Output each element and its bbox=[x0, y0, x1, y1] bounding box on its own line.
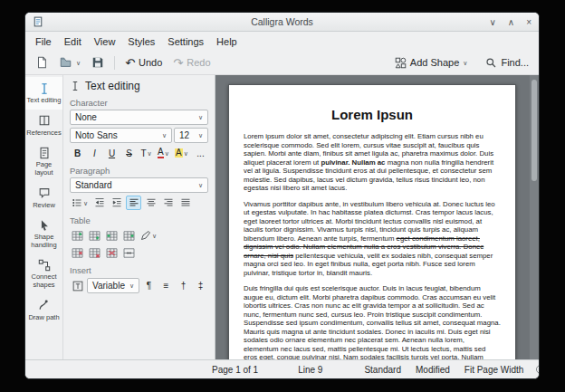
font-size-value: 12 bbox=[179, 130, 189, 140]
delete-column-icon bbox=[89, 248, 101, 258]
text-run: pulvinar. Nullam ac bbox=[321, 158, 385, 167]
document-paragraph[interactable]: Vivamus porttitor dapibus ante, in vesti… bbox=[244, 200, 501, 278]
text-editing-icon bbox=[38, 81, 51, 95]
panel-title: Text editing bbox=[85, 80, 140, 92]
highlight-color-button[interactable]: A ∨ bbox=[173, 146, 190, 160]
menu-settings[interactable]: Settings bbox=[161, 34, 210, 49]
document-view: Lorem Ipsun Lorem ipsum dolor sit amet, … bbox=[215, 75, 539, 359]
more-character-options-button[interactable]: ... bbox=[193, 146, 208, 160]
chevron-down-icon: ∨ bbox=[198, 182, 203, 188]
scrollbar-thumb[interactable] bbox=[531, 80, 537, 181]
document-paragraph[interactable]: Duis fringilla dui quis est scelerisque … bbox=[244, 284, 501, 359]
tab-draw-path[interactable]: Draw path bbox=[25, 294, 62, 327]
add-shape-icon bbox=[395, 57, 407, 69]
merge-cells-button[interactable] bbox=[121, 245, 137, 260]
tab-shape-handling[interactable]: Shape handling bbox=[25, 214, 62, 253]
close-button[interactable]: × bbox=[526, 17, 531, 27]
zoom-slider-handle[interactable] bbox=[536, 365, 540, 374]
save-button[interactable] bbox=[87, 53, 109, 72]
paragraph-style-dropdown[interactable]: Standard ∨ bbox=[70, 177, 208, 193]
undo-button[interactable]: ↶ Undo bbox=[120, 53, 167, 72]
insert-toc-button[interactable]: ≡ bbox=[158, 279, 174, 293]
chevron-down-icon: ∨ bbox=[152, 233, 157, 239]
find-label: Find... bbox=[501, 57, 529, 68]
increase-indent-icon bbox=[111, 197, 122, 208]
font-family-dropdown[interactable]: Noto Sans ∨ bbox=[70, 128, 172, 143]
underline-button[interactable]: U bbox=[104, 146, 120, 160]
menu-edit[interactable]: Edit bbox=[58, 34, 88, 49]
text-editing-panel: Text editing Character None ∨ Noto Sans … bbox=[63, 75, 215, 359]
character-style-dropdown[interactable]: None ∨ bbox=[70, 110, 208, 125]
menu-file[interactable]: File bbox=[29, 34, 58, 49]
insert-variable-dropdown[interactable]: Variable ∨ bbox=[87, 278, 139, 293]
tab-text-editing[interactable]: Text editing bbox=[25, 77, 62, 110]
increase-indent-button[interactable] bbox=[109, 196, 124, 210]
align-center-button[interactable] bbox=[143, 196, 158, 210]
delete-column-button[interactable] bbox=[87, 245, 102, 260]
menu-view[interactable]: View bbox=[88, 34, 122, 49]
italic-button[interactable]: I bbox=[87, 146, 102, 160]
paragraph-style-value: Standard bbox=[75, 180, 112, 190]
chevron-down-icon: ∨ bbox=[129, 282, 134, 289]
bold-button[interactable]: B bbox=[70, 146, 85, 160]
insert-column-right-button[interactable] bbox=[121, 228, 137, 243]
insert-endnote-button[interactable]: ‡ bbox=[193, 279, 208, 293]
document-page[interactable]: Lorem Ipsun Lorem ipsum dolor sit amet, … bbox=[228, 84, 516, 359]
insert-row-above-button[interactable] bbox=[70, 228, 85, 243]
line-indicator: Line 9 bbox=[298, 365, 322, 375]
document-paragraph[interactable]: Lorem ipsum dolor sit amet, consectetur … bbox=[244, 132, 501, 193]
tab-label: Shape handling bbox=[26, 234, 62, 249]
table-section-label: Table bbox=[70, 215, 208, 225]
insert-pilcrow-button[interactable]: ¶ bbox=[141, 279, 157, 293]
redo-icon: ↷ bbox=[173, 57, 183, 69]
document-title[interactable]: Lorem Ipsun bbox=[244, 107, 501, 122]
align-right-button[interactable] bbox=[160, 196, 176, 210]
insert-column-left-button[interactable] bbox=[104, 228, 120, 243]
statusbar: Page 1 of 1 Line 9 Standard Modified Fit… bbox=[25, 359, 539, 378]
toolbar-separator bbox=[114, 56, 115, 70]
redo-button[interactable]: ↷ Redo bbox=[168, 53, 215, 72]
font-size-dropdown[interactable]: 12 ∨ bbox=[174, 128, 208, 143]
decrease-indent-button[interactable] bbox=[91, 196, 107, 210]
tab-connect-shapes[interactable]: Connect shapes bbox=[25, 253, 62, 293]
decrease-indent-icon bbox=[94, 197, 105, 208]
align-justify-button[interactable] bbox=[177, 196, 193, 210]
page-layout-icon bbox=[38, 146, 51, 159]
new-document-button[interactable] bbox=[31, 53, 53, 72]
add-shape-button[interactable]: Add Shape ∨ bbox=[390, 53, 473, 72]
maximize-button[interactable]: ∧ bbox=[508, 17, 514, 27]
tab-review[interactable]: Review bbox=[25, 182, 62, 215]
table-border-pen-button[interactable]: ∨ bbox=[139, 228, 158, 243]
chevron-down-icon: ∨ bbox=[463, 60, 467, 66]
insert-row-below-button[interactable] bbox=[87, 228, 102, 243]
align-left-button[interactable] bbox=[126, 196, 141, 210]
insert-footnote-button[interactable]: † bbox=[176, 279, 191, 293]
align-right-icon bbox=[163, 197, 174, 208]
chevron-down-icon: ∨ bbox=[162, 132, 167, 139]
insert-column-right-icon bbox=[123, 231, 135, 241]
tab-page-layout[interactable]: Page layout bbox=[25, 141, 62, 181]
font-color-button[interactable]: A ∨ bbox=[156, 146, 171, 160]
document-body[interactable]: Lorem ipsum dolor sit amet, consectetur … bbox=[244, 132, 501, 359]
insert-text-frame-button[interactable] bbox=[70, 279, 85, 293]
minimize-button[interactable]: ∨ bbox=[490, 17, 496, 27]
zoom-mode-selector[interactable]: Fit Page Width bbox=[464, 365, 524, 375]
delete-row-button[interactable] bbox=[70, 245, 85, 260]
vertical-scrollbar[interactable] bbox=[530, 75, 539, 359]
undo-icon: ↶ bbox=[125, 57, 135, 69]
tab-references[interactable]: References bbox=[25, 110, 62, 142]
open-document-button[interactable]: ∨ bbox=[54, 53, 85, 72]
delete-table-button[interactable] bbox=[104, 245, 120, 260]
menu-help[interactable]: Help bbox=[210, 34, 244, 49]
draw-path-icon bbox=[38, 299, 51, 312]
strikethrough-button[interactable]: S bbox=[121, 146, 137, 160]
app-window: Calligra Words ∨ ∧ × File Edit View Styl… bbox=[24, 12, 540, 379]
text-format-button[interactable]: T ∨ bbox=[139, 146, 154, 160]
font-color-glyph: A bbox=[158, 148, 164, 158]
menu-styles[interactable]: Styles bbox=[121, 34, 161, 49]
references-icon bbox=[38, 114, 51, 128]
find-button[interactable]: Find... bbox=[481, 53, 533, 72]
style-indicator[interactable]: Standard bbox=[364, 365, 401, 375]
insert-row-above-icon bbox=[72, 231, 83, 241]
list-style-button[interactable]: ∨ bbox=[70, 196, 90, 210]
